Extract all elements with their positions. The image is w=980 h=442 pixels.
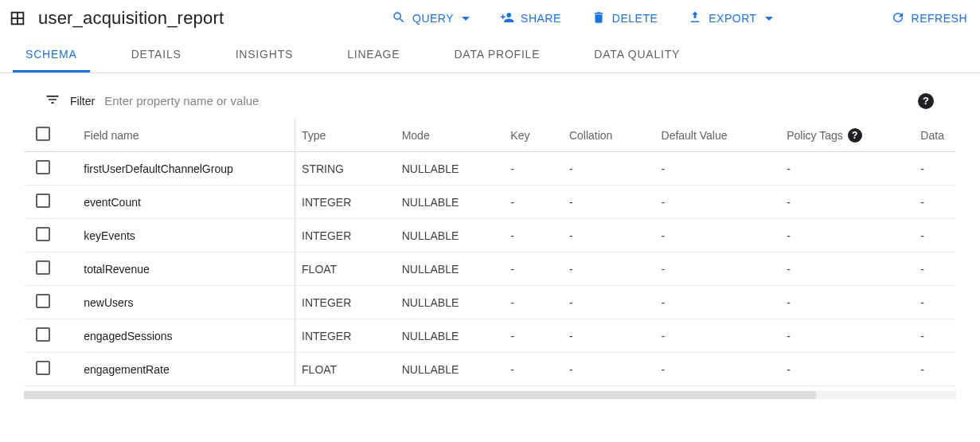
col-last[interactable]: Data xyxy=(914,119,956,152)
tab-details[interactable]: Details xyxy=(119,37,194,72)
cell-type: FLOAT xyxy=(295,353,396,386)
cell-collation: - xyxy=(563,252,655,286)
col-policy-tags-label: Policy Tags xyxy=(787,129,843,142)
row-checkbox[interactable] xyxy=(36,327,50,342)
row-checkbox[interactable] xyxy=(36,194,50,208)
svg-rect-2 xyxy=(18,14,22,18)
table-icon xyxy=(8,9,27,28)
cell-key: - xyxy=(504,152,563,186)
cell-policy-tags: - xyxy=(780,286,914,319)
cell-mode: NULLABLE xyxy=(396,319,505,353)
cell-last: - xyxy=(914,252,956,286)
tab-insights[interactable]: Insights xyxy=(223,37,306,72)
export-button[interactable]: Export xyxy=(688,10,772,27)
cell-field-name: eventCount xyxy=(77,186,295,219)
cell-type: INTEGER xyxy=(295,319,396,353)
chevron-down-icon xyxy=(765,17,773,21)
schema-table: Field name Type Mode Key Collation Defau… xyxy=(0,119,980,386)
search-icon xyxy=(392,10,406,27)
cell-mode: NULLABLE xyxy=(396,353,505,386)
cell-mode: NULLABLE xyxy=(396,252,505,286)
row-checkbox[interactable] xyxy=(36,160,50,174)
row-checkbox[interactable] xyxy=(36,227,50,241)
delete-label: Delete xyxy=(612,12,658,25)
cell-policy-tags: - xyxy=(780,319,914,353)
trash-icon xyxy=(592,10,606,27)
query-label: Query xyxy=(412,12,454,25)
cell-default-value: - xyxy=(655,252,781,286)
query-button[interactable]: Query xyxy=(392,10,470,27)
delete-button[interactable]: Delete xyxy=(592,10,658,27)
cell-field-name: engagedSessions xyxy=(77,319,295,353)
cell-field-name: newUsers xyxy=(77,286,295,319)
scrollbar-thumb[interactable] xyxy=(24,391,816,399)
table-row: newUsersINTEGERNULLABLE----- xyxy=(24,286,956,319)
cell-mode: NULLABLE xyxy=(396,152,505,186)
row-checkbox[interactable] xyxy=(36,260,50,275)
cell-collation: - xyxy=(563,286,655,319)
cell-default-value: - xyxy=(655,152,781,186)
cell-last: - xyxy=(914,319,956,353)
cell-key: - xyxy=(504,219,563,252)
cell-policy-tags: - xyxy=(780,186,914,219)
col-type[interactable]: Type xyxy=(295,119,396,152)
export-icon xyxy=(688,10,702,27)
cell-type: FLOAT xyxy=(295,252,396,286)
tab-schema[interactable]: Schema xyxy=(13,37,90,72)
select-all-checkbox[interactable] xyxy=(36,127,50,141)
cell-type: STRING xyxy=(295,152,396,186)
horizontal-scrollbar[interactable] xyxy=(24,391,956,399)
row-checkbox[interactable] xyxy=(36,294,50,308)
page-title: user_acquisition_report xyxy=(38,8,224,29)
cell-last: - xyxy=(914,286,956,319)
cell-policy-tags: - xyxy=(780,353,914,386)
cell-default-value: - xyxy=(655,219,781,252)
cell-policy-tags: - xyxy=(780,219,914,252)
table-row: totalRevenueFLOATNULLABLE----- xyxy=(24,252,956,286)
col-mode[interactable]: Mode xyxy=(396,119,505,152)
col-collation[interactable]: Collation xyxy=(563,119,655,152)
row-checkbox[interactable] xyxy=(36,361,50,375)
col-policy-tags[interactable]: Policy Tags ? xyxy=(780,119,914,152)
tab-lineage[interactable]: Lineage xyxy=(334,37,412,72)
help-icon[interactable]: ? xyxy=(918,93,934,109)
col-key[interactable]: Key xyxy=(504,119,563,152)
cell-last: - xyxy=(914,186,956,219)
cell-default-value: - xyxy=(655,286,781,319)
help-icon[interactable]: ? xyxy=(848,128,862,143)
table-row: engagedSessionsINTEGERNULLABLE----- xyxy=(24,319,956,353)
tab-data-profile[interactable]: Data Profile xyxy=(441,37,552,72)
cell-policy-tags: - xyxy=(780,252,914,286)
tab-data-quality[interactable]: Data Quality xyxy=(581,37,693,72)
cell-mode: NULLABLE xyxy=(396,186,505,219)
cell-collation: - xyxy=(563,219,655,252)
cell-collation: - xyxy=(563,152,655,186)
table-header-row: Field name Type Mode Key Collation Defau… xyxy=(24,119,956,152)
cell-collation: - xyxy=(563,319,655,353)
refresh-icon xyxy=(891,10,905,27)
cell-mode: NULLABLE xyxy=(396,219,505,252)
filter-icon xyxy=(45,92,61,110)
cell-default-value: - xyxy=(655,319,781,353)
table-row: keyEventsINTEGERNULLABLE----- xyxy=(24,219,956,252)
col-default-value[interactable]: Default Value xyxy=(655,119,781,152)
cell-field-name: keyEvents xyxy=(77,219,295,252)
cell-key: - xyxy=(504,252,563,286)
cell-last: - xyxy=(914,353,956,386)
export-label: Export xyxy=(709,12,756,25)
filter-row: Filter ? xyxy=(0,73,980,119)
header-toolbar: user_acquisition_report Query Share Dele… xyxy=(0,0,980,37)
cell-field-name: engagementRate xyxy=(77,353,295,386)
table-row: firstUserDefaultChannelGroupSTRINGNULLAB… xyxy=(24,152,956,186)
cell-type: INTEGER xyxy=(295,286,396,319)
cell-collation: - xyxy=(563,186,655,219)
cell-default-value: - xyxy=(655,353,781,386)
share-button[interactable]: Share xyxy=(500,10,561,27)
filter-input[interactable] xyxy=(104,91,908,111)
col-field-name[interactable]: Field name xyxy=(77,119,295,152)
chevron-down-icon xyxy=(462,17,470,21)
cell-key: - xyxy=(504,319,563,353)
refresh-label: Refresh xyxy=(912,12,967,25)
refresh-button[interactable]: Refresh xyxy=(891,10,967,27)
cell-key: - xyxy=(504,286,563,319)
